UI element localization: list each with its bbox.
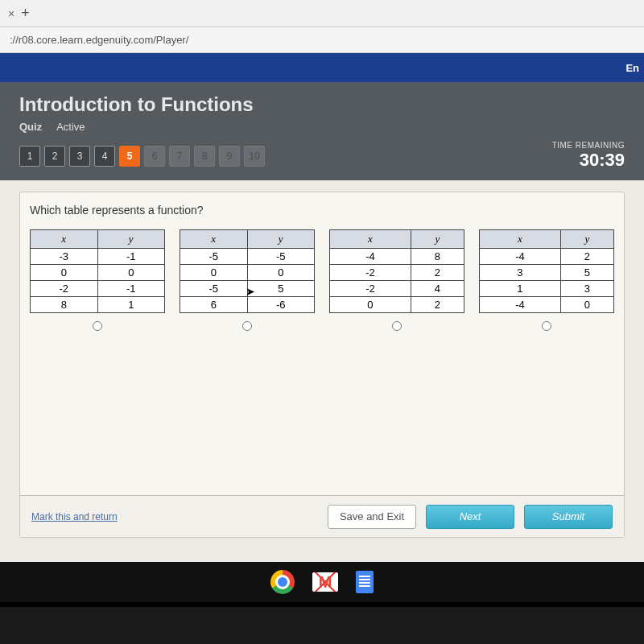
nav-q2[interactable]: 2 — [44, 146, 65, 167]
table-a: xy -3-1 00 -2-1 81 — [30, 229, 165, 313]
radio-a[interactable] — [93, 321, 102, 331]
table-b: xy -5-5 00 -55 6-6 — [180, 229, 315, 313]
lesson-type: Quiz — [19, 121, 42, 133]
timer-label: TIME REMAINING — [552, 141, 625, 150]
table-d: xy -42 35 13 -40 — [479, 229, 614, 313]
submit-button[interactable]: Submit — [524, 505, 613, 529]
table-c: xy -48 -22 -24 02 — [329, 229, 464, 313]
timer-value: 30:39 — [552, 150, 625, 171]
nav-q4[interactable]: 4 — [94, 146, 115, 167]
radio-b[interactable] — [242, 321, 252, 331]
nav-q5[interactable]: 5 — [119, 146, 140, 167]
question-panel: Which table represents a function? xy -3… — [19, 192, 625, 538]
next-button[interactable]: Next — [426, 505, 514, 529]
nav-q7: 7 — [169, 146, 190, 167]
question-nav: 1 2 3 4 5 6 7 8 9 10 — [19, 146, 265, 167]
app-top-bar: En — [0, 53, 644, 82]
new-tab-button[interactable]: + — [21, 5, 30, 22]
col-y: y — [97, 230, 165, 249]
mark-return-link[interactable]: Mark this and return — [31, 511, 118, 522]
nav-q8: 8 — [194, 146, 215, 167]
language-label[interactable]: En — [625, 62, 639, 74]
lesson-header: Introduction to Functions Quiz Active — [0, 82, 644, 141]
option-a: xy -3-1 00 -2-1 81 — [30, 229, 165, 334]
url-text: ://r08.core.learn.edgenuity.com/Player/ — [10, 34, 188, 46]
nav-q1[interactable]: 1 — [19, 146, 40, 167]
address-bar[interactable]: ://r08.core.learn.edgenuity.com/Player/ — [0, 27, 644, 53]
radio-c[interactable] — [392, 321, 402, 331]
chrome-icon[interactable] — [270, 570, 295, 594]
save-exit-button[interactable]: Save and Exit — [328, 505, 416, 529]
option-c: xy -48 -22 -24 02 — [329, 229, 464, 334]
tab-close-icon[interactable]: × — [8, 7, 14, 20]
nav-q6: 6 — [144, 146, 165, 167]
col-x: x — [31, 230, 98, 249]
option-d: xy -42 35 13 -40 — [479, 229, 614, 334]
lesson-status: Active — [56, 121, 85, 133]
laptop-bezel — [0, 602, 644, 644]
question-prompt: Which table represents a function? — [30, 204, 614, 217]
nav-q3[interactable]: 3 — [69, 146, 90, 167]
answer-options: xy -3-1 00 -2-1 81 xy -5-5 00 -55 6-6 — [30, 229, 614, 334]
question-nav-row: 1 2 3 4 5 6 7 8 9 10 TIME REMAINING 30:3… — [0, 141, 644, 180]
browser-tab-strip: × + — [0, 0, 644, 27]
docs-icon[interactable] — [356, 571, 374, 593]
footer-bar: Mark this and return Save and Exit Next … — [20, 495, 624, 537]
gmail-icon[interactable]: M — [312, 572, 338, 592]
timer: TIME REMAINING 30:39 — [552, 141, 625, 171]
option-b: xy -5-5 00 -55 6-6 — [180, 229, 315, 334]
content-area: Which table represents a function? xy -3… — [0, 180, 644, 562]
os-taskbar: M — [0, 562, 644, 602]
radio-d[interactable] — [542, 321, 551, 331]
lesson-title: Introduction to Functions — [19, 93, 625, 116]
nav-q9: 9 — [219, 146, 240, 167]
nav-q10: 10 — [244, 146, 265, 167]
